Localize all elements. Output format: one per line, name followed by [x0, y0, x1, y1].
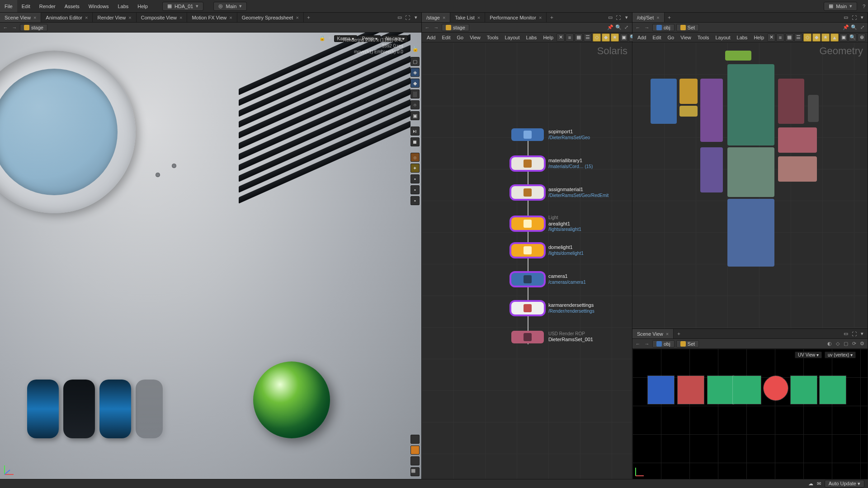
- pane-menu-icon[interactable]: ▭: [842, 331, 849, 337]
- add-tab-button[interactable]: ＋: [674, 329, 684, 338]
- pane-options-icon[interactable]: ▾: [623, 14, 630, 20]
- uv-shell[interactable]: [708, 376, 734, 404]
- path-crumb-stage[interactable]: stage: [442, 24, 469, 31]
- uv-shell[interactable]: [648, 376, 674, 404]
- subnet-box[interactable]: [727, 147, 774, 197]
- expand-icon[interactable]: ⤢: [859, 24, 866, 30]
- node-assignmaterial1[interactable]: assignmaterial1/DieterRamsSet/Geo/RedEmi…: [511, 186, 609, 199]
- net-tool-shape[interactable]: ◆: [602, 33, 610, 42]
- close-icon[interactable]: ×: [477, 15, 480, 20]
- vp-bottom-grid[interactable]: ▦: [410, 467, 420, 476]
- subnet-box[interactable]: [725, 51, 751, 61]
- tab-scene-view[interactable]: Scene View×: [632, 329, 674, 338]
- vp-tool-denoise[interactable]: ░: [410, 89, 420, 99]
- vp-tool-stop[interactable]: ⏹: [410, 137, 420, 146]
- netmenu-go[interactable]: Go: [664, 35, 677, 40]
- vp-tool-render[interactable]: ◆: [410, 79, 420, 88]
- tab-scene-view[interactable]: Scene View×: [0, 13, 41, 22]
- netmenu-layout[interactable]: Layout: [501, 35, 523, 40]
- menu-assets[interactable]: Assets: [60, 0, 84, 12]
- subnet-box[interactable]: [727, 64, 774, 145]
- tab-geometry-spreadsheet[interactable]: Geometry Spreadsheet×: [237, 13, 304, 22]
- net-tool-wrench[interactable]: ✕: [767, 33, 775, 42]
- close-icon[interactable]: ×: [666, 331, 669, 337]
- nav-back-icon[interactable]: ←: [634, 25, 642, 30]
- node-domelight1[interactable]: domelight1/lights/domelight1: [511, 244, 584, 257]
- menu-edit[interactable]: Edit: [17, 0, 35, 12]
- subnet-box[interactable]: [700, 147, 723, 192]
- vp-bottom-a[interactable]: [410, 435, 420, 444]
- nav-back-icon[interactable]: ←: [2, 25, 9, 30]
- add-tab-button[interactable]: ＋: [304, 13, 314, 22]
- vp-tool-null[interactable]: ○: [410, 100, 420, 109]
- subnet-box[interactable]: [778, 156, 817, 182]
- vp-tool-inspect[interactable]: ◈: [410, 68, 420, 77]
- uv-tool-e[interactable]: ⚙: [859, 341, 866, 347]
- desktop-selector-right[interactable]: ▦ Main ▾: [824, 2, 857, 11]
- uv-viewport[interactable]: UV View ▾ uv (vertex) ▾: [632, 349, 868, 479]
- vp-tool-pause[interactable]: ⏯: [410, 127, 420, 136]
- vp-tool-display[interactable]: ▢: [410, 57, 420, 66]
- maximize-icon[interactable]: ⛶: [615, 15, 622, 20]
- tab-motion-fx-view[interactable]: Motion FX View×: [187, 13, 237, 22]
- net-tool-folder[interactable]: ▣: [840, 33, 848, 42]
- net-tool-wrench[interactable]: ✕: [557, 33, 565, 42]
- pane-menu-icon[interactable]: ▭: [396, 14, 403, 20]
- tab-take-list[interactable]: Take List×: [450, 13, 485, 22]
- add-tab-button[interactable]: ＋: [665, 13, 675, 22]
- netmenu-tools[interactable]: Tools: [694, 35, 712, 40]
- path-crumb-obj[interactable]: obj: [652, 340, 675, 347]
- add-tab-button[interactable]: ＋: [547, 13, 557, 22]
- geometry-network[interactable]: Geometry: [632, 42, 868, 328]
- uv-view-chip[interactable]: UV View ▾: [795, 352, 822, 358]
- net-tool-list[interactable]: ≡: [776, 33, 784, 42]
- netmenu-edit[interactable]: Edit: [649, 35, 664, 40]
- node-sopimport1[interactable]: sopimport1/DieterRamsSet/Geo: [511, 128, 590, 141]
- path-crumb-obj[interactable]: obj: [652, 24, 675, 31]
- menu-windows[interactable]: Windows: [84, 0, 113, 12]
- pin-icon[interactable]: 📌: [842, 24, 849, 30]
- maximize-icon[interactable]: ⛶: [850, 331, 858, 337]
- node-materiallibrary1[interactable]: materiallibrary1/materials/Cord… (15): [511, 157, 593, 170]
- close-icon[interactable]: ×: [539, 15, 542, 20]
- net-tool-grid[interactable]: ▦: [785, 33, 793, 42]
- lock-icon[interactable]: 🔒: [319, 35, 326, 42]
- pane-options-icon[interactable]: ▾: [859, 331, 866, 337]
- vp-tool-c[interactable]: •: [410, 196, 420, 205]
- vp-tool-fx[interactable]: ✦: [410, 164, 420, 173]
- subnet-box[interactable]: [651, 79, 677, 124]
- tab-composite-view[interactable]: Composite View×: [137, 13, 188, 22]
- expand-icon[interactable]: ⤢: [623, 24, 630, 30]
- nav-back-icon[interactable]: ←: [634, 341, 642, 347]
- nav-fwd-icon[interactable]: →: [433, 25, 440, 30]
- node-arealight1[interactable]: Lightarealight1/lights/arealight1: [511, 215, 581, 233]
- netmenu-help[interactable]: Help: [540, 35, 557, 40]
- nav-fwd-icon[interactable]: →: [643, 341, 651, 347]
- close-icon[interactable]: ×: [656, 15, 659, 20]
- vp-tool-snapshot[interactable]: ▣: [410, 111, 420, 120]
- uv-shell[interactable]: [678, 376, 704, 404]
- viewport-3d[interactable]: 🔒 👁 Karma ▾ Persp ▾ No cam ▾ 🔓 Rendering…: [0, 33, 421, 479]
- uv-shell[interactable]: [820, 376, 846, 404]
- cloud-icon[interactable]: ☁: [808, 481, 813, 487]
- message-icon[interactable]: ✉: [817, 481, 821, 487]
- path-crumb-set[interactable]: Set: [676, 24, 699, 31]
- close-icon[interactable]: ×: [229, 15, 232, 20]
- net-tool-list[interactable]: ≡: [566, 33, 574, 42]
- tab-stage[interactable]: /stage×: [422, 13, 450, 22]
- tab-render-view[interactable]: Render View×: [93, 13, 136, 22]
- net-tool-extra[interactable]: ▲: [830, 33, 839, 42]
- nav-fwd-icon[interactable]: →: [643, 25, 651, 30]
- net-tool-folder[interactable]: ▣: [620, 33, 628, 42]
- uv-tool-c[interactable]: ▢: [842, 341, 849, 347]
- uv-shell[interactable]: [791, 376, 817, 404]
- uv-tool-a[interactable]: ◐: [826, 341, 833, 347]
- close-icon[interactable]: ×: [296, 15, 298, 20]
- vp-bottom-b[interactable]: [410, 446, 420, 455]
- net-tool-tree[interactable]: ☰: [794, 33, 802, 42]
- close-icon[interactable]: ×: [128, 15, 131, 20]
- pane-menu-icon[interactable]: ▭: [842, 14, 849, 20]
- close-icon[interactable]: ×: [33, 15, 36, 20]
- netmenu-go[interactable]: Go: [453, 35, 467, 40]
- net-tool-find[interactable]: 🔍: [849, 33, 857, 42]
